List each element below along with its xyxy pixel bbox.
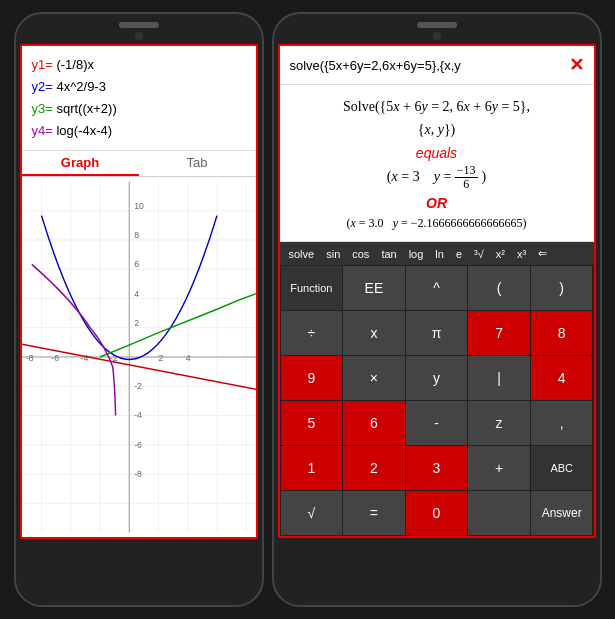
phone-camera: [135, 32, 143, 40]
functions-list: y1= (-1/8)x y2= 4x^2/9-3 y3= sqrt((x+2))…: [22, 46, 256, 151]
btn-4[interactable]: 4: [531, 356, 593, 400]
function-row-y2[interactable]: y2= 4x^2/9-3: [32, 76, 246, 98]
btn-function[interactable]: Function: [281, 266, 343, 310]
right-phone: solve({5x+6y=2,6x+6y=5},{x,y ✕ Solve({5x…: [272, 12, 602, 607]
svg-text:8: 8: [134, 230, 139, 240]
toolbar-sq[interactable]: x²: [491, 245, 510, 263]
btn-z[interactable]: z: [468, 401, 530, 445]
btn-abs[interactable]: |: [468, 356, 530, 400]
tabs-row: Graph Tab: [22, 151, 256, 177]
close-button[interactable]: ✕: [569, 54, 584, 76]
svg-text:2: 2: [134, 318, 139, 328]
y3-expr: sqrt((x+2)): [56, 101, 116, 116]
svg-text:-6: -6: [51, 353, 59, 363]
result-equals-label: equals: [295, 142, 579, 164]
y2-expr: 4x^2/9-3: [56, 79, 105, 94]
toolbar-log[interactable]: log: [404, 245, 429, 263]
function-row-y4[interactable]: y4= log(-4x-4): [32, 120, 246, 142]
calc-toolbar: solve sin cos tan log ln e ³√ x² x³ ⇐: [280, 242, 594, 265]
toolbar-backspace[interactable]: ⇐: [533, 244, 552, 263]
result-line3: (x = 3 y = −13 6 ): [295, 164, 579, 191]
btn-pi[interactable]: π: [406, 311, 468, 355]
svg-text:-4: -4: [134, 411, 142, 421]
btn-1[interactable]: 1: [281, 446, 343, 490]
svg-text:10: 10: [134, 201, 144, 211]
btn-rparen[interactable]: ): [531, 266, 593, 310]
toolbar-cbrt[interactable]: ³√: [469, 245, 489, 263]
btn-answer[interactable]: Answer: [531, 491, 593, 535]
tab-table[interactable]: Tab: [139, 151, 256, 176]
svg-text:-4: -4: [80, 353, 88, 363]
phone-camera-right: [433, 32, 441, 40]
btn-equals[interactable]: =: [343, 491, 405, 535]
function-row-y3[interactable]: y3= sqrt((x+2)): [32, 98, 246, 120]
btn-comma[interactable]: ,: [531, 401, 593, 445]
input-bar: solve({5x+6y=2,6x+6y=5},{x,y ✕: [280, 46, 594, 85]
toolbar-tan[interactable]: tan: [376, 245, 401, 263]
btn-caret[interactable]: ^: [406, 266, 468, 310]
graph-svg: 10 8 6 4 2 -2 -4 -6 -8 -8 -6 -4 -2 2 4: [22, 177, 256, 537]
y4-expr: log(-4x-4): [56, 123, 112, 138]
result-or-label: OR: [295, 192, 579, 214]
toolbar-cos[interactable]: cos: [347, 245, 374, 263]
result-line1: Solve({5x + 6y = 2, 6x + 6y = 5},: [295, 95, 579, 118]
phone-speaker-right: [417, 22, 457, 28]
btn-7[interactable]: 7: [468, 311, 530, 355]
btn-minus[interactable]: -: [406, 401, 468, 445]
btn-multiply[interactable]: ×: [343, 356, 405, 400]
svg-text:-2: -2: [134, 382, 142, 392]
btn-3[interactable]: 3: [406, 446, 468, 490]
svg-text:-6: -6: [134, 440, 142, 450]
tab-graph[interactable]: Graph: [22, 151, 139, 176]
svg-text:6: 6: [134, 260, 139, 270]
svg-text:2: 2: [158, 353, 163, 363]
btn-6[interactable]: 6: [343, 401, 405, 445]
btn-divide[interactable]: ÷: [281, 311, 343, 355]
result-line4: (x = 3.0 y = −2.1666666666666665): [295, 214, 579, 233]
right-phone-content: solve({5x+6y=2,6x+6y=5},{x,y ✕ Solve({5x…: [278, 44, 596, 538]
result-line2: {x, y}): [295, 118, 579, 141]
input-text: solve({5x+6y=2,6x+6y=5},{x,y: [290, 58, 461, 73]
toolbar-cube[interactable]: x³: [512, 245, 531, 263]
calc-grid: Function EE ^ ( ) ÷ x π 7 8 9 × y | 4 5 …: [280, 265, 594, 536]
toolbar-e[interactable]: e: [451, 245, 467, 263]
btn-2[interactable]: 2: [343, 446, 405, 490]
btn-8[interactable]: 8: [531, 311, 593, 355]
phone-speaker: [119, 22, 159, 28]
btn-y[interactable]: y: [406, 356, 468, 400]
svg-text:4: 4: [134, 289, 139, 299]
btn-abc[interactable]: ABC: [531, 446, 593, 490]
y2-label: y2=: [32, 79, 53, 94]
btn-lparen[interactable]: (: [468, 266, 530, 310]
y1-label: y1=: [32, 57, 53, 72]
toolbar-ln[interactable]: ln: [430, 245, 449, 263]
svg-text:4: 4: [185, 353, 190, 363]
btn-x[interactable]: x: [343, 311, 405, 355]
btn-5[interactable]: 5: [281, 401, 343, 445]
y3-label: y3=: [32, 101, 53, 116]
btn-sqrt[interactable]: √: [281, 491, 343, 535]
btn-9[interactable]: 9: [281, 356, 343, 400]
btn-0[interactable]: 0: [406, 491, 468, 535]
result-area: Solve({5x + 6y = 2, 6x + 6y = 5}, {x, y}…: [280, 85, 594, 242]
left-phone: y1= (-1/8)x y2= 4x^2/9-3 y3= sqrt((x+2))…: [14, 12, 264, 607]
y1-expr: (-1/8)x: [56, 57, 94, 72]
y4-label: y4=: [32, 123, 53, 138]
btn-ee[interactable]: EE: [343, 266, 405, 310]
graph-area: 10 8 6 4 2 -2 -4 -6 -8 -8 -6 -4 -2 2 4: [22, 177, 256, 537]
toolbar-solve[interactable]: solve: [284, 245, 320, 263]
left-phone-content: y1= (-1/8)x y2= 4x^2/9-3 y3= sqrt((x+2))…: [20, 44, 258, 539]
toolbar-sin[interactable]: sin: [321, 245, 345, 263]
function-row-y1[interactable]: y1= (-1/8)x: [32, 54, 246, 76]
btn-plus[interactable]: +: [468, 446, 530, 490]
svg-text:-8: -8: [25, 353, 33, 363]
btn-empty: [468, 491, 530, 535]
svg-text:-8: -8: [134, 469, 142, 479]
